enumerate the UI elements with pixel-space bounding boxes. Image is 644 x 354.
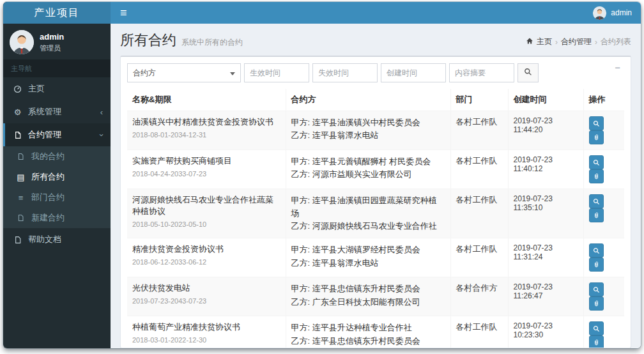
- filter-field-select[interactable]: 合约方: [127, 63, 241, 82]
- sidebar-item-label: 合约管理: [28, 129, 61, 141]
- breadcrumb: 主页 › 合约管理 › 合约列表: [526, 36, 631, 47]
- contracts-tbody: 油溪镇兴中村精准扶贫资金投资协议书 2018-08-01-2034-12-31 …: [127, 111, 624, 348]
- sidebar-user-panel: admin 管理员: [3, 24, 111, 59]
- view-button[interactable]: [589, 155, 604, 169]
- department: 各村工作队: [450, 111, 508, 150]
- sidebar-item-my-contracts[interactable]: 我的合约: [3, 146, 111, 167]
- magnifier-icon: [593, 159, 600, 166]
- header-department: 部门: [450, 89, 508, 111]
- contract-name[interactable]: 种植葡萄产业精准扶贫协议书: [132, 321, 280, 333]
- navbar-user-menu[interactable]: admin: [584, 2, 641, 24]
- contract-name[interactable]: 油溪镇兴中村精准扶贫资金投资协议书: [132, 116, 280, 128]
- sidebar-item-all-contracts[interactable]: ▤ 所有合约: [3, 167, 111, 187]
- hamburger-icon[interactable]: ≡: [111, 2, 137, 24]
- sidebar-item-system[interactable]: ⚙ 系统管理 ‹: [3, 100, 111, 123]
- app-logo[interactable]: 产业项目: [3, 2, 111, 24]
- gear-icon: ⚙: [13, 108, 22, 116]
- table-row: 油溪镇兴中村精准扶贫资金投资协议书 2018-08-01-2034-12-31 …: [127, 111, 624, 150]
- sidebar-item-contracts[interactable]: 合约管理 ›: [3, 123, 111, 146]
- content-area: 所有合约 系统中所有的合约 主页 › 合约管理 › 合约列表 合约方: [111, 24, 641, 348]
- attachment-button[interactable]: [589, 130, 604, 144]
- sidebar-item-label: 所有合约: [31, 171, 65, 183]
- page-title: 所有合约: [120, 31, 176, 50]
- party-b: 乙方: 河源厨娘快线石马农业专业合作社: [291, 220, 445, 233]
- party-a: 甲方: 连平县油溪镇田园豊蔬菜研究种植场: [291, 194, 445, 220]
- sidebar-item-label: 主页: [28, 83, 45, 95]
- created-time: 2019-07-23 11:31:24: [508, 238, 583, 277]
- contracts-box: 合约方 −: [120, 56, 631, 348]
- search-button[interactable]: [518, 63, 539, 82]
- contracts-submenu: 我的合约 ▤ 所有合约 ≡ 部门合约 新建合约: [3, 146, 111, 228]
- table-header-row: 名称&期限 合约方 部门 创建时间 操作: [127, 89, 624, 111]
- header-actions: 操作: [583, 89, 624, 111]
- breadcrumb-contracts[interactable]: 合约管理: [561, 36, 592, 47]
- department: 各村合作方: [450, 277, 508, 316]
- paperclip-icon: [593, 212, 600, 219]
- file-icon: [16, 153, 26, 160]
- breadcrumb-separator: ›: [555, 38, 558, 47]
- chevron-down-icon: ›: [96, 134, 106, 136]
- table-row: 种植葡萄产业精准扶贫协议书 2018-03-01-2022-12-30 甲方: …: [127, 316, 624, 348]
- department: 各村工作队: [450, 189, 508, 238]
- attachment-button[interactable]: [589, 296, 604, 311]
- magnifier-icon: [593, 325, 600, 332]
- attachment-button[interactable]: [589, 208, 604, 222]
- department: 各村工作队: [450, 316, 508, 348]
- party-b: 乙方: 广东全日科技太阳能有限公司: [291, 296, 445, 309]
- attachment-button[interactable]: [589, 258, 604, 272]
- contracts-table: 名称&期限 合约方 部门 创建时间 操作 油溪镇兴中村精准扶贫资金投资协议书 2…: [127, 89, 624, 348]
- filter-bar: 合约方 −: [121, 57, 631, 89]
- sidebar-item-help[interactable]: 帮助文档: [3, 228, 111, 251]
- list-icon: ≡: [16, 194, 26, 202]
- breadcrumb-home[interactable]: 主页: [537, 36, 552, 47]
- user-info: admin 管理员: [40, 32, 64, 53]
- effective-date-input[interactable]: [244, 63, 309, 82]
- top-navbar: ≡ admin: [111, 2, 641, 24]
- view-button[interactable]: [589, 116, 604, 130]
- expire-date-input[interactable]: [312, 63, 378, 82]
- party-b: 乙方: 连平县翁潭水电站: [291, 129, 445, 142]
- sidebar: 产业项目 admin 管理员 主导航 主页: [3, 2, 111, 348]
- caret-down-icon: [230, 72, 235, 75]
- sidebar-item-new-contract[interactable]: 新建合约: [3, 208, 111, 228]
- header-created: 创建时间: [508, 89, 583, 111]
- summary-input[interactable]: [449, 63, 514, 82]
- user-name: admin: [40, 32, 64, 42]
- contracts-table-wrap: 名称&期限 合约方 部门 创建时间 操作 油溪镇兴中村精准扶贫资金投资协议书 2…: [121, 89, 631, 348]
- created-time: 2019-07-23 11:35:10: [508, 189, 583, 238]
- department: 各村工作队: [450, 150, 508, 189]
- view-button[interactable]: [589, 194, 604, 208]
- view-button[interactable]: [589, 321, 604, 335]
- navbar-avatar: [593, 6, 606, 20]
- home-icon: [526, 37, 533, 47]
- attachment-button[interactable]: [589, 169, 604, 183]
- contract-name[interactable]: 精准扶贫资金投资协议书: [132, 243, 280, 255]
- collapse-box-button[interactable]: −: [611, 59, 624, 75]
- paperclip-icon: [593, 300, 600, 307]
- magnifier-icon: [593, 120, 600, 127]
- page-subtitle: 系统中所有的合约: [181, 37, 243, 48]
- view-button[interactable]: [589, 243, 604, 258]
- party-b: 乙方: 河源市益顺兴实业有限公司: [291, 168, 445, 181]
- contract-period: 2018-03-01-2022-12-30: [132, 336, 280, 344]
- created-time: 2019-07-23 11:26:47: [508, 277, 583, 316]
- party-a: 甲方: 连平县元善镇醒狮村 村民委员会: [291, 155, 445, 168]
- breadcrumb-current: 合约列表: [601, 36, 631, 47]
- sidebar-item-home[interactable]: 主页: [3, 77, 111, 100]
- paperclip-icon: [593, 261, 600, 268]
- created-date-input[interactable]: [381, 63, 446, 82]
- table-row: 实施资产帮扶购买商铺项目 2018-04-24-2033-07-23 甲方: 连…: [127, 150, 624, 189]
- header-name-period: 名称&期限: [127, 89, 286, 111]
- sidebar-item-dept-contracts[interactable]: ≡ 部门合约: [3, 187, 111, 208]
- contract-period: 2018-06-12-2033-06-12: [132, 258, 280, 266]
- contract-name[interactable]: 河源厨娘快线石马农业专业合作社蔬菜种植协议: [132, 194, 280, 217]
- contract-name[interactable]: 光伏扶贫发电站: [132, 282, 280, 294]
- file-icon: [13, 236, 22, 244]
- paperclip-icon: [593, 339, 600, 346]
- contract-name[interactable]: 实施资产帮扶购买商铺项目: [132, 155, 280, 167]
- paperclip-icon: [593, 134, 600, 141]
- view-button[interactable]: [589, 282, 604, 296]
- department: 各村工作队: [450, 238, 508, 277]
- attachment-button[interactable]: [589, 335, 604, 348]
- sidebar-item-label: 部门合约: [31, 192, 65, 203]
